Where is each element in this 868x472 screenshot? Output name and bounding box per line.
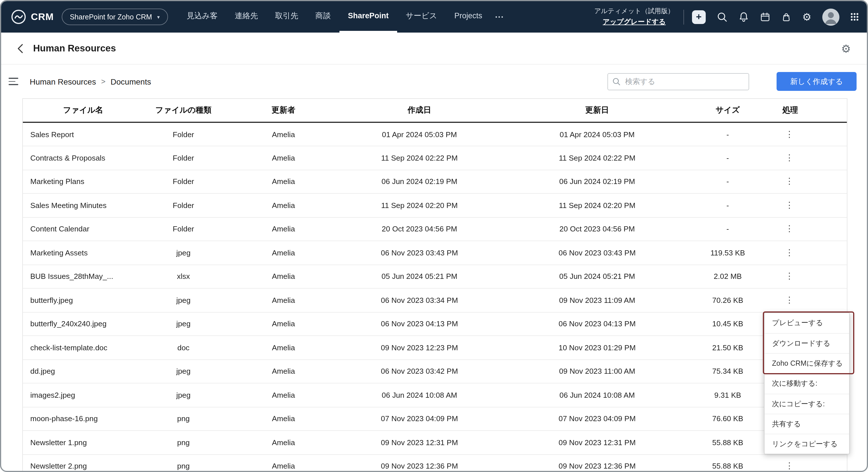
column-header[interactable]: 更新者 [223,99,343,122]
table-row[interactable]: Marketing Plans Folder Amelia 06 Jun 202… [23,170,847,193]
table-row[interactable]: Newsletter 1.png png Amelia 09 Nov 2023 … [23,431,847,454]
file-size-cell: 55.88 KB [699,454,756,471]
file-type-cell: jpeg [144,241,223,264]
settings-gear-icon[interactable]: ⚙ [802,12,811,22]
app-window: CRM SharePoint for Zoho CRM ▾ 見込み客 連絡先 取… [0,0,868,472]
column-header[interactable]: 更新日 [495,99,699,122]
context-menu-item[interactable]: ダウンロードする [765,333,849,353]
table-row[interactable]: Sales Report Folder Amelia 01 Apr 2024 0… [23,122,847,146]
avatar[interactable] [822,8,839,25]
file-owner-cell: Amelia [223,146,343,170]
file-owner-cell: Amelia [223,359,343,383]
file-name-cell[interactable]: dd.jpeg [23,359,144,383]
table-row[interactable]: Sales Meeting Minutes Folder Amelia 11 S… [23,193,847,217]
breadcrumb-current[interactable]: Documents [111,77,151,86]
table-row[interactable]: Contracts & Proposals Folder Amelia 11 S… [23,146,847,170]
file-name-cell[interactable]: check-list-template.doc [23,336,144,359]
row-actions-icon[interactable]: ⋮ [782,225,797,233]
apps-grid-icon[interactable] [850,12,859,21]
breadcrumb-root[interactable]: Human Resources [30,77,96,86]
row-actions-icon[interactable]: ⋮ [782,462,797,471]
table-row[interactable]: images2.jpeg jpeg Amelia 06 Jun 2024 10:… [23,383,847,407]
topnav-item[interactable]: 見込み客 [178,1,226,33]
topnav: CRM SharePoint for Zoho CRM ▾ 見込み客 連絡先 取… [1,1,867,33]
file-name-cell[interactable]: moon-phase-16.png [23,407,144,431]
table-row[interactable]: check-list-template.doc doc Amelia 09 No… [23,336,847,359]
more-menu-icon[interactable]: ••• [491,14,509,20]
topnav-tabs: 見込み客 連絡先 取引先 商談 SharePoint サービス Projects [178,1,491,33]
topnav-item[interactable]: SharePoint [339,1,397,33]
row-actions-icon[interactable]: ⋮ [782,130,797,138]
column-header[interactable]: サイズ [699,99,756,122]
context-menu-item[interactable]: Zoho CRMに保存する [765,353,849,373]
table-row[interactable]: dd.jpeg jpeg Amelia 06 Nov 2023 03:42 PM… [23,359,847,383]
modified-date-cell: 09 Nov 2023 11:00 AM [495,359,699,383]
table-row[interactable]: Content Calendar Folder Amelia 20 Oct 20… [23,217,847,241]
brand-crm[interactable]: CRM [31,11,54,23]
table-row[interactable]: butterfly_240x240.jpeg jpeg Amelia 06 No… [23,312,847,336]
file-name-cell[interactable]: butterfly_240x240.jpeg [23,312,144,336]
table-row[interactable]: butterfly.jpeg jpeg Amelia 06 Nov 2023 0… [23,288,847,312]
modified-date-cell: 05 Jun 2024 05:21 PM [495,264,699,288]
row-actions-cell: ⋮ [756,170,847,193]
context-menu-item[interactable]: 次に移動する: [765,374,849,394]
context-menu-item[interactable]: 次にコピーする: [765,394,849,414]
documents-table: ファイル名ファイルの種類更新者作成日更新日サイズ処理 Sales Report … [22,98,847,471]
table-row[interactable]: BUB Issues_28thMay_... xlsx Amelia 05 Ju… [23,264,847,288]
file-name-cell[interactable]: Marketing Assets [23,241,144,264]
file-name-cell[interactable]: Content Calendar [23,217,144,241]
context-menu-item[interactable]: リンクをコピーする [765,434,849,454]
created-date-cell: 09 Nov 2023 12:36 PM [343,454,495,471]
file-name-cell[interactable]: BUB Issues_28thMay_... [23,264,144,288]
file-owner-cell: Amelia [223,241,343,264]
file-owner-cell: Amelia [223,407,343,431]
file-name-cell[interactable]: Newsletter 1.png [23,431,144,454]
row-actions-icon[interactable]: ⋮ [782,296,797,305]
search-icon[interactable] [717,11,727,22]
table-row[interactable]: Newsletter 2.png png Amelia 09 Nov 2023 … [23,454,847,471]
column-header[interactable]: 作成日 [343,99,495,122]
table-row[interactable]: Marketing Assets jpeg Amelia 06 Nov 2023… [23,241,847,264]
table-row[interactable]: moon-phase-16.png png Amelia 07 Nov 2023… [23,407,847,431]
context-menu-item[interactable]: 共有する [765,414,849,434]
zoho-logo-icon[interactable] [10,9,26,25]
add-icon[interactable]: + [692,10,706,24]
modified-date-cell: 20 Oct 2023 04:56 PM [495,217,699,241]
file-name-cell[interactable]: Sales Meeting Minutes [23,193,144,217]
topnav-item[interactable]: サービス [397,1,446,33]
upgrade-link[interactable]: アップグレードする [603,18,666,26]
file-name-cell[interactable]: Marketing Plans [23,170,144,193]
column-header[interactable]: 処理 [756,99,847,122]
topnav-item[interactable]: 商談 [307,1,339,33]
created-date-cell: 06 Nov 2023 04:13 PM [343,312,495,336]
file-name-cell[interactable]: butterfly.jpeg [23,288,144,312]
file-name-cell[interactable]: Contracts & Proposals [23,146,144,170]
file-owner-cell: Amelia [223,264,343,288]
search-input[interactable] [608,73,749,90]
marketplace-bag-icon[interactable] [781,12,792,22]
topnav-item[interactable]: 取引先 [267,1,307,33]
file-name-cell[interactable]: Sales Report [23,122,144,146]
page-title: Human Resources [33,43,116,54]
file-owner-cell: Amelia [223,312,343,336]
calendar-icon[interactable] [760,12,770,22]
row-actions-icon[interactable]: ⋮ [782,178,797,186]
page-settings-gear-icon[interactable]: ⚙ [841,42,851,55]
notifications-bell-icon[interactable] [738,11,749,22]
row-actions-icon[interactable]: ⋮ [782,272,797,281]
row-actions-icon[interactable]: ⋮ [782,249,797,257]
app-selector-dropdown[interactable]: SharePoint for Zoho CRM ▾ [62,8,168,25]
create-new-button[interactable]: 新しく作成する [777,72,857,91]
column-header[interactable]: ファイルの種類 [144,99,223,122]
topnav-item[interactable]: Projects [446,1,491,33]
context-menu-item[interactable]: プレビューする [765,313,849,333]
back-button[interactable] [15,42,26,55]
menu-icon[interactable] [8,75,18,88]
column-header[interactable]: ファイル名 [23,99,144,122]
row-actions-icon[interactable]: ⋮ [782,201,797,210]
file-name-cell[interactable]: images2.jpeg [23,383,144,407]
file-type-cell: Folder [144,170,223,193]
file-name-cell[interactable]: Newsletter 2.png [23,454,144,471]
row-actions-icon[interactable]: ⋮ [782,154,797,162]
topnav-item[interactable]: 連絡先 [226,1,267,33]
